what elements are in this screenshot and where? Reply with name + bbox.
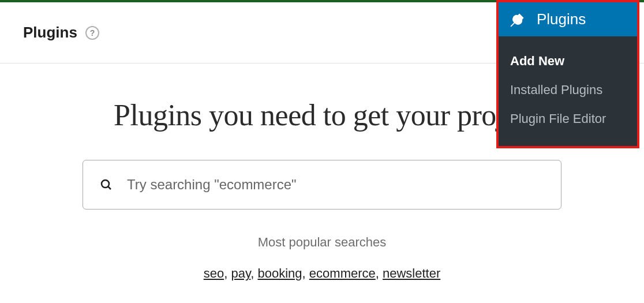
- popular-term-seo[interactable]: seo: [204, 266, 224, 280]
- search-icon: [99, 178, 113, 192]
- popular-term-newsletter[interactable]: newsletter: [383, 266, 440, 280]
- admin-menu-body: Add New Installed Plugins Plugin File Ed…: [499, 36, 637, 146]
- menu-item-plugin-file-editor[interactable]: Plugin File Editor: [499, 104, 637, 133]
- admin-menu-header[interactable]: Plugins: [499, 2, 637, 36]
- popular-terms: seo, pay, booking, ecommerce, newsletter: [40, 266, 604, 281]
- popular-term-ecommerce[interactable]: ecommerce: [309, 266, 376, 280]
- search-box[interactable]: [83, 160, 561, 210]
- menu-item-add-new[interactable]: Add New: [499, 47, 637, 76]
- admin-plugins-menu: Plugins Add New Installed Plugins Plugin…: [496, 0, 639, 148]
- help-icon[interactable]: ?: [85, 26, 99, 40]
- popular-term-booking[interactable]: booking: [258, 266, 302, 280]
- admin-menu-header-label: Plugins: [537, 10, 586, 28]
- svg-point-0: [102, 180, 109, 188]
- search-input[interactable]: [126, 176, 545, 193]
- menu-item-installed-plugins[interactable]: Installed Plugins: [499, 76, 637, 104]
- popular-term-pay[interactable]: pay: [231, 266, 250, 280]
- popular-searches-label: Most popular searches: [40, 235, 604, 250]
- page-title: Plugins: [23, 24, 77, 42]
- plug-icon: [509, 11, 526, 28]
- svg-line-1: [108, 186, 111, 189]
- header-left: Plugins ?: [23, 24, 99, 42]
